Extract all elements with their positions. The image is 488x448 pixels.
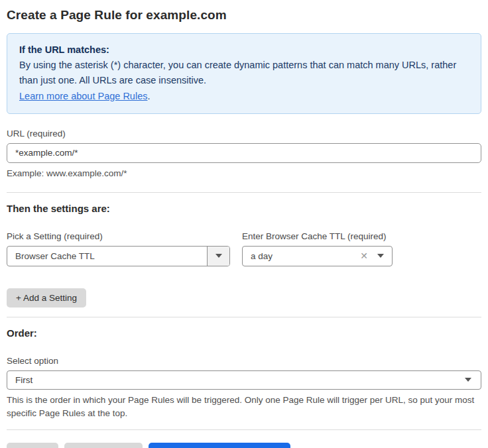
create-page-rule-form: Create a Page Rule for example.com If th…: [0, 0, 488, 448]
setting-dropdown[interactable]: Browser Cache TTL: [7, 246, 230, 266]
learn-more-link[interactable]: Learn more about Page Rules: [19, 91, 147, 101]
section-divider-2: [7, 317, 481, 317]
page-title: Create a Page Rule for example.com: [7, 8, 481, 23]
section-divider-1: [7, 192, 481, 193]
chevron-down-icon: [377, 254, 384, 258]
url-example-helper: Example: www.example.com/*: [7, 168, 481, 178]
url-field-label: URL (required): [7, 129, 481, 139]
save-as-draft-button[interactable]: Save as Draft: [64, 443, 143, 448]
setting-dropdown-value: Browser Cache TTL: [7, 251, 207, 261]
ttl-column: Enter Browser Cache TTL (required) a day…: [242, 231, 393, 266]
clear-icon[interactable]: ✕: [360, 251, 368, 260]
order-section-heading: Order:: [7, 327, 481, 339]
order-select[interactable]: First: [7, 370, 481, 390]
ttl-label: Enter Browser Cache TTL (required): [242, 231, 393, 241]
info-box-heading: If the URL matches:: [19, 42, 469, 58]
save-and-deploy-button[interactable]: Save and Deploy Page Rule: [149, 443, 290, 448]
cancel-button[interactable]: Cancel: [7, 443, 58, 448]
order-select-label: Select option: [7, 356, 481, 366]
info-box-body: By using the asterisk (*) character, you…: [19, 58, 469, 88]
setting-dropdown-arrow-button[interactable]: [207, 247, 229, 266]
chevron-down-icon: [215, 254, 222, 258]
ttl-dropdown-value: a day: [251, 251, 360, 261]
chevron-down-icon: [465, 378, 471, 382]
pick-setting-label: Pick a Setting (required): [7, 231, 230, 241]
order-helper-text: This is the order in which your Page Rul…: [7, 394, 481, 421]
settings-section-heading: Then the settings are:: [7, 203, 481, 214]
url-match-info-box: If the URL matches: By using the asteris…: [7, 33, 481, 114]
ttl-dropdown[interactable]: a day ✕: [242, 246, 393, 266]
info-box-link-line: Learn more about Page Rules.: [19, 89, 469, 104]
order-select-value: First: [15, 375, 465, 385]
link-period: .: [147, 91, 150, 101]
form-actions: Cancel Save as Draft Save and Deploy Pag…: [7, 443, 481, 448]
settings-row: Pick a Setting (required) Browser Cache …: [7, 231, 481, 266]
add-setting-button[interactable]: + Add a Setting: [7, 288, 86, 308]
section-divider-3: [7, 429, 481, 430]
pick-setting-column: Pick a Setting (required) Browser Cache …: [7, 231, 230, 266]
url-input[interactable]: [7, 143, 481, 163]
